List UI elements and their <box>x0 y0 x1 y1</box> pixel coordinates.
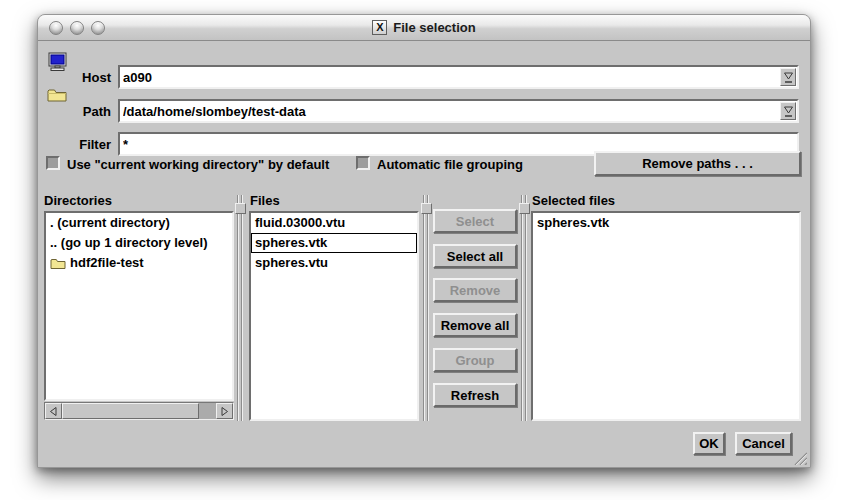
directory-item-label: hdf2file-test <box>70 254 144 272</box>
use-cwd-label[interactable]: Use "current working directory" by defau… <box>67 157 329 172</box>
selected-files-pane-label: Selected files <box>532 193 615 208</box>
minimize-button[interactable] <box>70 21 84 35</box>
titlebar[interactable]: X File selection <box>38 15 810 41</box>
folder-icon <box>50 257 66 270</box>
list-item-hdf2file-test[interactable]: hdf2file-test <box>46 253 232 273</box>
splitter-directories-files[interactable] <box>236 195 245 421</box>
splitter-handle[interactable] <box>235 203 246 214</box>
list-item-current-directory[interactable]: . (current directory) <box>46 213 232 233</box>
refresh-button[interactable]: Refresh <box>433 383 517 407</box>
splitter-actions-selected[interactable] <box>520 195 529 421</box>
path-dropdown-icon[interactable] <box>780 102 796 120</box>
file-item-label: spheres.vtk <box>255 234 327 252</box>
remove-button[interactable]: Remove <box>433 278 517 302</box>
directory-item-label: . (current directory) <box>50 214 170 232</box>
select-all-button[interactable]: Select all <box>433 244 517 268</box>
scroll-left-arrow-icon[interactable] <box>45 403 62 419</box>
splitter-files-actions[interactable] <box>422 195 431 421</box>
file-item-label: fluid.03000.vtu <box>255 214 345 232</box>
list-item-selected-file[interactable]: spheres.vtk <box>533 213 799 233</box>
file-item-label: spheres.vtu <box>255 254 328 272</box>
list-item-parent-directory[interactable]: .. (go up 1 directory level) <box>46 233 232 253</box>
directories-hscrollbar[interactable] <box>44 402 234 420</box>
path-input[interactable] <box>120 102 780 120</box>
filter-label: Filter <box>65 137 111 152</box>
path-field-frame <box>118 99 799 123</box>
list-item-file-focused[interactable]: spheres.vtk <box>251 233 417 253</box>
traffic-lights <box>49 21 105 35</box>
auto-grouping-checkbox[interactable] <box>356 156 370 170</box>
select-button[interactable]: Select <box>433 209 517 233</box>
host-input[interactable] <box>120 68 780 86</box>
auto-grouping-label[interactable]: Automatic file grouping <box>377 157 523 172</box>
directories-list: . (current directory) .. (go up 1 direct… <box>44 211 234 401</box>
use-cwd-checkbox[interactable] <box>46 156 60 170</box>
list-item-file[interactable]: spheres.vtu <box>251 253 417 273</box>
host-dropdown-icon[interactable] <box>780 68 796 86</box>
ok-button[interactable]: OK <box>693 432 725 455</box>
selected-file-item-label: spheres.vtk <box>537 214 609 232</box>
resize-grip-icon[interactable] <box>791 451 807 465</box>
window-title: File selection <box>393 20 475 35</box>
zoom-button[interactable] <box>91 21 105 35</box>
path-label: Path <box>65 104 111 119</box>
splitter-handle[interactable] <box>519 203 530 214</box>
close-button[interactable] <box>49 21 63 35</box>
host-field-frame <box>118 65 799 89</box>
directories-pane-label: Directories <box>44 193 112 208</box>
title-group: X File selection <box>38 20 810 35</box>
directory-item-label: .. (go up 1 directory level) <box>50 234 207 252</box>
selected-files-list: spheres.vtk <box>531 211 801 421</box>
host-computer-icon <box>47 52 69 72</box>
file-selection-dialog: X File selection Host Path <box>37 14 811 468</box>
scroll-right-arrow-icon[interactable] <box>216 403 233 419</box>
cancel-button[interactable]: Cancel <box>735 432 792 455</box>
splitter-handle[interactable] <box>421 203 432 214</box>
group-button[interactable]: Group <box>433 348 517 372</box>
remove-paths-button[interactable]: Remove paths . . . <box>594 151 801 176</box>
x11-app-icon: X <box>372 20 387 35</box>
host-label: Host <box>65 70 111 85</box>
files-pane-label: Files <box>250 193 280 208</box>
scrollbar-thumb[interactable] <box>62 403 199 419</box>
files-list: fluid.03000.vtu spheres.vtk spheres.vtu <box>249 211 419 421</box>
list-item-file[interactable]: fluid.03000.vtu <box>251 213 417 233</box>
remove-all-button[interactable]: Remove all <box>433 313 517 337</box>
